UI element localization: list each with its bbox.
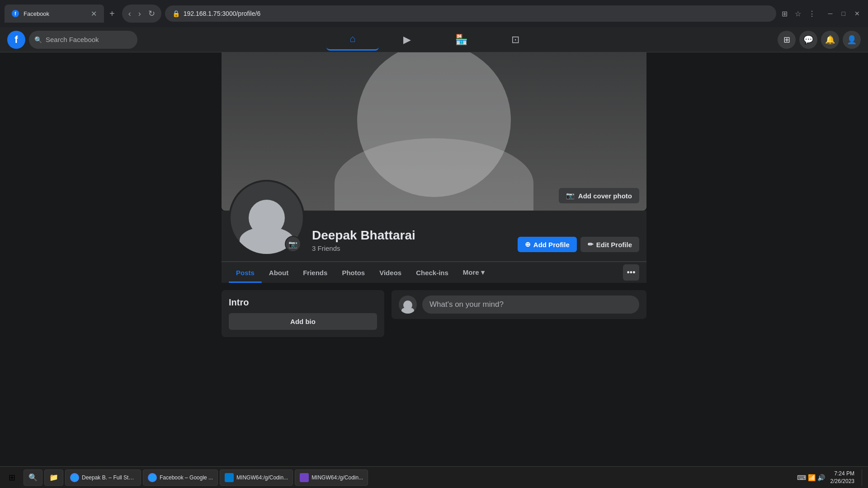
grid-btn[interactable]: ⊞ [778,31,796,49]
taskbar-vscode-2[interactable]: MINGW64:/g/Codin... [295,469,368,486]
nav-tab-friends[interactable]: Friends [296,263,335,283]
add-cover-photo-btn[interactable]: 📷 Add cover photo [559,188,639,203]
messenger-btn[interactable]: 💬 [799,31,817,49]
url-text: 192.168.1.75:3000/profile/6 [184,10,260,17]
forward-btn[interactable]: › [136,7,144,20]
start-btn[interactable]: ⊞ [4,469,20,486]
vscode-icon-2 [300,473,309,482]
marketplace-icon: 🏪 [455,34,467,46]
new-tab-btn[interactable]: + [109,9,115,19]
post-composer: What's on your mind? [392,290,646,319]
profile-info-section: 📷 Deepak Bhattarai 3 Friends ⊕ Add Profi… [222,211,646,262]
search-icon-taskbar: 🔍 [28,473,38,482]
pencil-icon: ✏ [588,240,594,249]
keyboard-icon: ⌨ [797,474,806,481]
browser-tab[interactable]: f Facebook ✕ [5,5,104,23]
extensions-btn[interactable]: ⊞ [780,8,789,20]
nav-tab-more[interactable]: More ▾ [456,262,492,283]
notification-area: ⌨ 📶 🔊 [797,474,825,481]
add-bio-btn[interactable]: Add bio [229,313,377,330]
fb-navbar: f 🔍 ⌂ ▶ 🏪 ⊡ ⊞ 💬 🔔 👤 [0,27,868,52]
back-btn[interactable]: ‹ [126,7,134,20]
nav-tab-checkins[interactable]: Check-ins [409,263,456,283]
what-on-mind-input[interactable]: What's on your mind? [422,296,639,314]
fb-search-box[interactable]: 🔍 [29,31,137,49]
profile-avatar-wrapper: 📷 [229,180,305,256]
search-input[interactable] [46,36,132,43]
comp-avatar-body [401,307,414,314]
minimize-btn[interactable]: ─ [825,8,836,19]
nav-tab-photos[interactable]: Photos [335,263,372,283]
clock-date: 2/26/2023 [830,478,854,485]
video-icon: ▶ [403,34,411,46]
vscode-2-label: MINGW64:/g/Codin... [311,474,363,481]
edit-profile-label: Edit Profile [596,241,632,249]
add-profile-btn[interactable]: ⊕ Add Profile [518,237,577,252]
close-btn[interactable]: ✕ [851,8,863,19]
profile-avatar-nav[interactable]: 👤 [843,31,861,49]
fb-nav-right: ⊞ 💬 🔔 👤 [778,31,861,49]
taskbar-chrome-facebook[interactable]: 🌐 Facebook – Google ... [143,469,218,486]
menu-btn[interactable]: ⋮ [807,8,817,20]
clock-time: 7:24 PM [830,470,854,478]
taskbar-clock[interactable]: 7:24 PM 2/26/2023 [830,470,854,485]
taskbar-file-explorer[interactable]: 📁 [44,469,63,486]
content-area: Intro Add bio What's on your mind? [222,290,646,344]
tab-title: Facebook [24,10,49,17]
taskbar-right: ⌨ 📶 🔊 7:24 PM 2/26/2023 [797,469,864,486]
intro-card: Intro Add bio [222,290,384,337]
fb-logo[interactable]: f [7,31,25,49]
pages-icon: ⊡ [511,34,519,46]
nav-item-video[interactable]: ▶ [381,29,433,51]
browser-nav: ‹ › ↻ [122,5,161,23]
nav-item-marketplace[interactable]: 🏪 [435,29,487,51]
composer-avatar [399,296,417,314]
home-icon: ⌂ [349,33,355,45]
taskbar-items: 🔍 📁 🌐 Deepak B. – Full Sta... 🌐 Facebook… [24,469,368,486]
maximize-btn[interactable]: □ [838,8,849,19]
address-bar[interactable]: 🔒 192.168.1.75:3000/profile/6 [165,5,776,22]
refresh-btn[interactable]: ↻ [146,7,158,20]
edit-profile-btn[interactable]: ✏ Edit Profile [580,237,639,252]
dots-icon: ••• [627,268,636,277]
tab-close-btn[interactable]: ✕ [91,9,97,18]
add-profile-label: Add Profile [533,241,570,249]
folder-icon: 📁 [49,473,58,482]
avatar-camera-btn[interactable]: 📷 [285,236,301,252]
profile-top: 📷 Deepak Bhattarai 3 Friends ⊕ Add Profi… [229,211,639,261]
nav-tab-about[interactable]: About [262,263,296,283]
left-panel: Intro Add bio [222,290,384,344]
taskbar-vscode-1[interactable]: MINGW64:/g/Codin... [220,469,293,486]
profile-name-area: Deepak Bhattarai 3 Friends [312,228,510,256]
vscode-1-label: MINGW64:/g/Codin... [236,474,288,481]
windows-icon: ⊞ [9,473,15,483]
profile-nav: Posts About Friends Photos Videos Check-… [222,262,646,283]
nav-tab-videos[interactable]: Videos [372,263,409,283]
taskbar-chrome-deepak[interactable]: 🌐 Deepak B. – Full Sta... [65,469,141,486]
tab-favicon: f [12,10,19,17]
nav-item-home[interactable]: ⌂ [326,29,379,51]
vscode-icon-1 [225,473,234,482]
fb-nav-center: ⌂ ▶ 🏪 ⊡ [326,29,542,51]
camera-icon: 📷 [566,192,575,200]
chrome-tab-2-label: Facebook – Google ... [160,474,213,481]
add-cover-label: Add cover photo [578,192,632,200]
network-icon: 📶 [808,474,816,481]
profile-container: 📷 Add cover photo 📷 Deepak Bhattarai [0,52,868,468]
search-icon: 🔍 [34,36,42,43]
nav-more-dots-btn[interactable]: ••• [623,264,639,281]
camera-small-icon: 📷 [288,240,297,249]
notifications-btn[interactable]: 🔔 [821,31,839,49]
taskbar-search[interactable]: 🔍 [24,469,42,486]
right-panel: What's on your mind? [392,290,646,344]
chrome-tab-1-label: Deepak B. – Full Sta... [82,474,136,481]
show-desktop-btn[interactable] [862,469,864,486]
browser-actions: ⊞ ☆ ⋮ [780,8,817,20]
chrome-icon-1: 🌐 [70,473,79,482]
taskbar: ⊞ 🔍 📁 🌐 Deepak B. – Full Sta... 🌐 Facebo… [0,466,868,488]
bookmark-btn[interactable]: ☆ [793,8,803,20]
lock-icon: 🔒 [172,10,180,17]
nav-item-pages[interactable]: ⊡ [489,29,542,51]
nav-tab-posts[interactable]: Posts [229,263,262,283]
profile-friends-count: 3 Friends [312,244,510,252]
